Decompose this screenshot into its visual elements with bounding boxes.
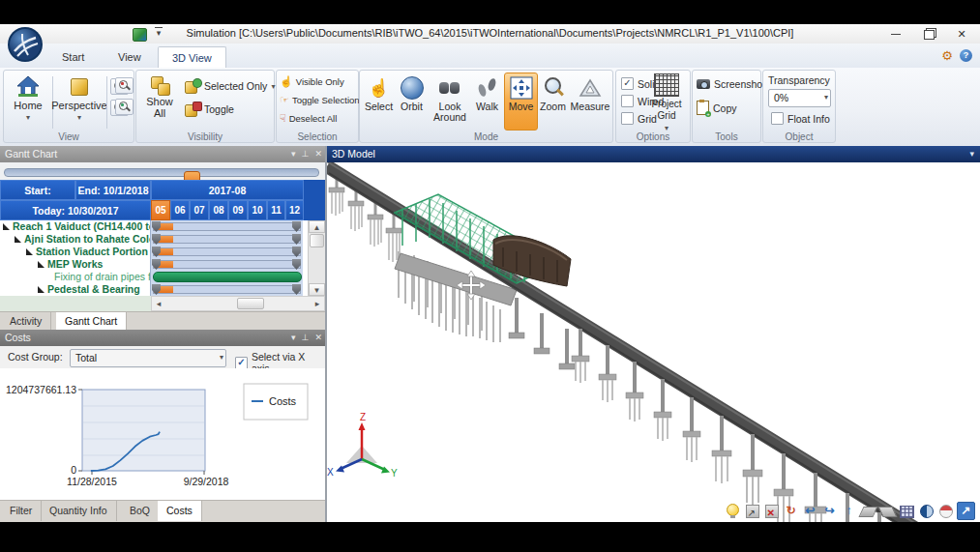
gantt-row[interactable]: Pedestal & Bearing: [0, 283, 325, 296]
activity-bar[interactable]: [153, 272, 302, 282]
gantt-row-activity[interactable]: Fixing of drain pipes for segr: [0, 271, 325, 283]
3d-model-title: 3D Model: [332, 148, 375, 160]
vertical-scroll-thumb[interactable]: [310, 234, 324, 247]
show-all-button[interactable]: Show All: [140, 74, 179, 119]
gantt-bar[interactable]: [153, 285, 301, 294]
move-up-icon[interactable]: ↑: [841, 503, 857, 519]
project-grid-button[interactable]: Project Grid ▾: [644, 73, 689, 134]
quick-access-itwo-icon[interactable]: [133, 28, 147, 42]
gantt-row[interactable]: Reach 1 Vaiduct (CH14.400 to CI: [0, 220, 325, 233]
perspective-button[interactable]: Perspective ▾: [54, 74, 104, 124]
bar-left-handle[interactable]: [152, 221, 161, 232]
gantt-menu-caret-icon[interactable]: ▾: [291, 146, 296, 162]
3d-viewport[interactable]: Z Y X ↗ ✕ ↻ ↩ ↪ ↑ ↗: [327, 162, 980, 522]
costs-close-icon[interactable]: ✕: [314, 330, 322, 346]
day-cell-06[interactable]: 06: [170, 200, 190, 220]
deselect-all-button[interactable]: ☟ Deselect All: [280, 112, 337, 125]
gantt-bar[interactable]: [153, 222, 301, 231]
mode-orbit-button[interactable]: Orbit: [396, 73, 428, 130]
help-icon[interactable]: ?: [960, 49, 972, 62]
tab-start[interactable]: Start: [48, 46, 98, 68]
day-cell-11[interactable]: 11: [267, 200, 285, 220]
gantt-bar[interactable]: [153, 235, 301, 244]
gantt-pin-icon[interactable]: ⊥: [302, 146, 310, 162]
toggle-visibility-button[interactable]: Toggle: [185, 102, 234, 117]
pan-mode-icon[interactable]: ↗: [957, 502, 975, 520]
app-logo-button[interactable]: [7, 26, 44, 63]
day-cell-12[interactable]: 12: [285, 200, 304, 220]
mode-zoom-button[interactable]: Zoom: [537, 73, 569, 130]
scroll-right-icon[interactable]: ▸: [311, 297, 324, 310]
tab-costs[interactable]: Costs: [158, 501, 202, 521]
float-info-checkbox[interactable]: Float Info: [771, 112, 830, 125]
time-slider-track[interactable]: [4, 168, 319, 177]
tab-quantity-info[interactable]: Quantity Info: [41, 501, 117, 521]
home-dropdown-caret: ▾: [26, 112, 30, 124]
mode-measure-button[interactable]: Measure: [571, 73, 609, 130]
tab-3d-view[interactable]: 3D View: [158, 46, 226, 69]
mode-look-around-button[interactable]: Look Around: [430, 73, 470, 130]
gantt-vertical-scrollbar[interactable]: ▲ ▼: [308, 220, 325, 296]
gantt-close-icon[interactable]: ✕: [314, 146, 322, 162]
3d-model-menu-caret-icon[interactable]: ▾: [969, 146, 974, 162]
costs-pin-icon[interactable]: ⊥: [302, 330, 310, 346]
gantt-bar[interactable]: [153, 247, 301, 256]
copy-button[interactable]: + Copy: [697, 101, 737, 115]
expander-icon[interactable]: [15, 236, 21, 243]
gantt-row[interactable]: Station Viaduct Portion: [0, 246, 325, 258]
cost-group-dropdown[interactable]: Total ▾: [70, 349, 226, 367]
expander-icon[interactable]: [38, 286, 45, 293]
settings-gear-icon[interactable]: ⚙: [941, 48, 953, 63]
gantt-bar[interactable]: [153, 260, 301, 269]
scroll-up-icon[interactable]: ▲: [309, 220, 325, 233]
gantt-horizontal-scrollbar[interactable]: ◂ ▸: [151, 296, 325, 311]
scroll-left-icon[interactable]: ◂: [152, 297, 165, 310]
day-cell-05[interactable]: 05: [151, 200, 170, 220]
visible-only-button[interactable]: ☝ Visible Only: [280, 75, 344, 88]
background-icon[interactable]: [937, 503, 954, 519]
horizontal-scroll-thumb[interactable]: [237, 298, 264, 309]
selected-only-button[interactable]: Selected Only ▾: [185, 78, 275, 94]
show-object-icon[interactable]: ↗: [744, 503, 760, 519]
tab-gantt-chart[interactable]: Gantt Chart: [56, 312, 127, 330]
zoom-extents-button[interactable]: [115, 99, 134, 115]
minimize-button[interactable]: [879, 24, 912, 44]
clip-plane-1-icon[interactable]: [860, 503, 876, 519]
clip-plane-2-icon[interactable]: [879, 503, 896, 519]
expander-icon[interactable]: [38, 261, 45, 268]
toggle-selection-button[interactable]: ☞ Toggle Selection: [280, 94, 360, 106]
day-cell-08[interactable]: 08: [209, 200, 228, 220]
tab-filter[interactable]: Filter: [1, 501, 42, 521]
tab-view[interactable]: View: [104, 46, 155, 68]
scroll-down-icon[interactable]: ▼: [309, 283, 325, 296]
mode-walk-button[interactable]: Walk: [471, 73, 503, 130]
rotate-view-icon[interactable]: ↻: [783, 503, 799, 519]
light-icon[interactable]: [725, 503, 741, 519]
gantt-row[interactable]: Ajni Station to Rahate Colony: [0, 233, 325, 246]
bar-right-handle[interactable]: [292, 221, 301, 232]
close-button[interactable]: ✕: [945, 24, 978, 44]
transparency-dropdown[interactable]: 0% ▾: [768, 89, 831, 107]
hide-object-icon[interactable]: ✕: [763, 503, 780, 519]
view-forward-icon[interactable]: ↪: [821, 503, 838, 519]
shading-icon[interactable]: [918, 503, 935, 519]
day-cell-07[interactable]: 07: [190, 200, 209, 220]
gantt-row[interactable]: MEP Works: [0, 258, 325, 271]
expander-icon[interactable]: [3, 223, 10, 230]
screenshot-button[interactable]: Screenshot: [697, 78, 765, 90]
mode-select-button[interactable]: ☝ Select: [363, 73, 395, 130]
grid-mode-icon[interactable]: [899, 503, 915, 519]
tab-boq[interactable]: BoQ: [121, 501, 160, 521]
view-back-icon[interactable]: ↩: [802, 503, 818, 519]
day-cell-10[interactable]: 10: [248, 200, 267, 220]
costs-menu-caret-icon[interactable]: ▾: [291, 330, 296, 346]
mode-move-button[interactable]: Move: [504, 73, 538, 131]
day-cell-09[interactable]: 09: [228, 200, 248, 220]
zoom-out-button[interactable]: [115, 77, 134, 94]
quick-access-dropdown-icon[interactable]: ▾: [155, 27, 163, 38]
home-button[interactable]: Home ▾: [8, 74, 48, 124]
expander-icon[interactable]: [26, 248, 33, 255]
gantt-start-date: Start: 11/28/2015: [0, 180, 75, 200]
tab-activity[interactable]: Activity: [1, 312, 51, 330]
restore-button[interactable]: [912, 24, 945, 44]
